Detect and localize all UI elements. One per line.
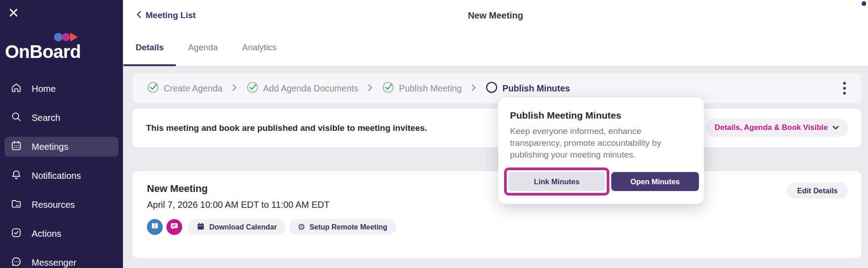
page-title: New Meeting xyxy=(468,0,523,31)
sidebar-item-meetings[interactable]: Meetings xyxy=(5,137,118,157)
open-book-icon xyxy=(151,222,159,232)
visibility-dropdown-button[interactable]: Details, Agenda & Book Visible xyxy=(706,119,848,137)
check-circle-icon xyxy=(246,81,259,96)
gear-icon: ⚙ xyxy=(297,223,305,231)
link-minutes-highlight-ring: Link Minutes xyxy=(504,168,609,196)
visibility-dropdown-label: Details, Agenda & Book Visible xyxy=(715,123,828,132)
tab-bar: Details Agenda Analytics xyxy=(123,31,868,67)
sidebar-item-label: Resources xyxy=(32,200,75,210)
back-link-label: Meeting List xyxy=(146,10,196,20)
open-minutes-button[interactable]: Open Minutes xyxy=(611,172,699,191)
chat-bubble-icon xyxy=(10,256,22,268)
sidebar-item-label: Meetings xyxy=(32,142,68,152)
workflow-steps-bar: Create Agenda Add Agenda Documents xyxy=(132,73,861,103)
publish-status-message: This meeting and book are published and … xyxy=(146,123,427,133)
chevron-left-icon xyxy=(136,10,142,21)
sidebar-item-home[interactable]: Home xyxy=(5,79,118,99)
step-publish-minutes[interactable]: Publish Minutes xyxy=(486,81,570,96)
setup-remote-meeting-button[interactable]: ⚙ Setup Remote Meeting xyxy=(289,219,396,235)
step-create-agenda[interactable]: Create Agenda xyxy=(147,81,222,96)
bell-icon xyxy=(10,169,22,183)
calendar-icon xyxy=(10,140,22,154)
logo-text: OnBoard xyxy=(5,42,81,62)
chevron-down-icon xyxy=(832,123,839,132)
sidebar-item-messenger[interactable]: Messenger xyxy=(5,253,118,268)
main-area: Meeting List New Meeting Details Agenda … xyxy=(123,0,868,268)
popup-title: Publish Meeting Minutes xyxy=(510,110,704,121)
step-label: Publish Minutes xyxy=(502,83,570,94)
sidebar-item-label: Home xyxy=(32,84,56,94)
meeting-datetime: April 7, 2026 10:00 AM EDT to 11:00 AM E… xyxy=(147,200,848,210)
step-label: Add Agenda Documents xyxy=(263,83,358,94)
search-icon xyxy=(10,111,22,125)
sidebar-item-label: Actions xyxy=(32,229,61,239)
download-calendar-label: Download Calendar xyxy=(209,223,277,231)
meeting-name: New Meeting xyxy=(147,183,848,195)
check-circle-icon xyxy=(147,81,159,96)
sidebar-item-notifications[interactable]: Notifications xyxy=(5,166,118,186)
tab-analytics[interactable]: Analytics xyxy=(230,31,289,66)
corner-indicator-dot xyxy=(862,1,866,6)
link-minutes-button[interactable]: Link Minutes xyxy=(509,172,605,191)
publish-status-bar: This meeting and book are published and … xyxy=(132,109,861,147)
close-sidebar-icon[interactable] xyxy=(8,7,19,18)
sidebar-item-resources[interactable]: Resources xyxy=(5,195,118,215)
tab-agenda[interactable]: Agenda xyxy=(176,31,230,66)
chevron-right-icon xyxy=(231,84,237,93)
popup-buttons-row: Link Minutes Open Minutes xyxy=(504,168,704,196)
setup-remote-meeting-label: Setup Remote Meeting xyxy=(309,223,387,231)
sidebar-item-search[interactable]: Search xyxy=(5,108,118,128)
check-square-icon xyxy=(10,227,22,241)
comments-badge[interactable] xyxy=(166,219,182,235)
sidebar-item-label: Messenger xyxy=(32,258,76,268)
empty-circle-icon xyxy=(486,81,498,96)
chat-lines-icon xyxy=(170,222,179,232)
download-calendar-button[interactable]: Download Calendar xyxy=(188,219,285,235)
kebab-menu-icon[interactable] xyxy=(841,80,848,96)
chevron-right-icon xyxy=(367,84,373,93)
step-label: Publish Meeting xyxy=(399,83,462,94)
meeting-details-card: New Meeting April 7, 2026 10:00 AM EDT t… xyxy=(132,171,861,258)
popup-body-text: Keep everyone informed, enhance transpar… xyxy=(510,125,668,161)
calendar-filled-icon xyxy=(196,222,205,233)
sidebar-nav: Home Search Meetings Notifications xyxy=(0,79,123,268)
publish-minutes-popup: Publish Meeting Minutes Keep everyone in… xyxy=(498,97,704,204)
step-label: Create Agenda xyxy=(164,83,222,94)
book-badge[interactable] xyxy=(147,219,163,235)
folder-icon xyxy=(10,198,22,212)
tab-details[interactable]: Details xyxy=(123,31,176,66)
home-icon xyxy=(10,82,22,96)
sidebar-item-actions[interactable]: Actions xyxy=(5,224,118,244)
top-header: Meeting List New Meeting xyxy=(123,0,868,31)
edit-details-button[interactable]: Edit Details xyxy=(787,182,848,199)
meeting-actions-row: Download Calendar ⚙ Setup Remote Meeting xyxy=(147,219,848,235)
sidebar-item-label: Search xyxy=(32,113,60,123)
step-publish-meeting[interactable]: Publish Meeting xyxy=(382,81,462,96)
chevron-right-icon xyxy=(471,84,476,93)
sidebar-item-label: Notifications xyxy=(32,171,81,181)
sidebar: OnBoard Home Search Meetings xyxy=(0,0,123,268)
check-circle-icon xyxy=(382,81,394,96)
step-add-agenda-documents[interactable]: Add Agenda Documents xyxy=(246,81,358,96)
content-area: Create Agenda Add Agenda Documents xyxy=(123,67,868,268)
back-to-meeting-list-link[interactable]: Meeting List xyxy=(136,0,196,31)
onboard-app: OnBoard Home Search Meetings xyxy=(0,0,868,268)
